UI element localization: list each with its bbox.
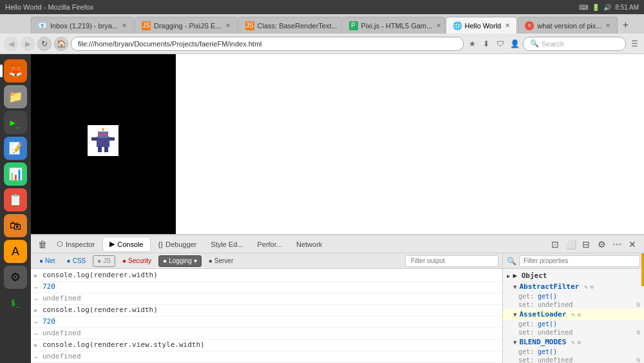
tab-close-helloworld[interactable]: ✕ [505,22,510,29]
tab-favicon-baserender: JS [245,21,254,30]
new-tab-button[interactable]: + [618,18,632,32]
devtools-tab-style-editor[interactable]: Style Ed... [204,237,249,252]
assetloader-set: set: undefined N [503,328,644,337]
target-icon: ⊙ [578,311,581,318]
object-label: ▶ Object [513,271,547,280]
devtools-split-icon[interactable]: ⊡ [549,238,562,251]
back-button[interactable]: ◀ [4,37,18,51]
collapse-icon: ▼ [513,339,516,346]
dock-item-terminal2[interactable]: $_ [4,291,27,315]
svg-rect-2 [99,133,102,135]
refresh-button[interactable]: ↻ [37,37,52,51]
console-content: console.log(renderer.width) [43,271,500,279]
shield-icon[interactable]: 🛡 [495,38,506,50]
console-arrow: » [33,342,43,349]
game-sprite [88,125,118,156]
filter-logging-button[interactable]: ● Logging ▾ [158,255,202,267]
tab-whatversion[interactable]: S what version of pix... ✕ [518,17,618,34]
tab-close-inbox[interactable]: ✕ [122,22,127,29]
tree-item-assetloader[interactable]: ▼ AssetLoader ✎ ⊙ [503,309,644,320]
search-placeholder: Search [542,40,564,48]
inspector-icon: ⬡ [57,240,63,248]
url-bar[interactable]: file:///home/bryan/Documents/Projects/fa… [71,37,464,51]
console-content: console.log(renderer.width) [43,306,500,314]
svg-rect-7 [104,147,108,152]
dock-item-firefox[interactable]: 🦊 [4,59,27,83]
dock-item-files[interactable]: 📁 [4,85,27,108]
devtools-body: ● Net ● CSS ● JS ● Security ● Logging ▾ [31,253,644,363]
tab-inbox[interactable]: 📧 Inbox (1,219) - brya... ✕ [31,17,134,34]
menu-icon[interactable]: ☰ [629,38,640,50]
tab-label-helloworld: Hello World [465,22,502,30]
titlebar: Hello World - Mozilla Firefox ⌨ 🔋 🔊 8:51… [0,0,644,14]
devtools-detach-icon[interactable]: ⊟ [580,238,592,251]
tab-baserender[interactable]: JS Class: BaseRenderText... ✕ [238,17,341,34]
filter-css-button[interactable]: ● CSS [62,255,91,267]
dock-item-calc[interactable]: 📊 [4,162,27,186]
devtools-tab-inspector[interactable]: ⬡ Inspector [50,237,101,252]
tab-dragging[interactable]: JS Dragging - PixiJS E... ✕ [135,17,238,34]
svg-rect-3 [104,133,107,135]
console-content: console.log(renderer.view.style.width) [43,340,500,349]
private-icon[interactable]: 👤 [509,38,520,50]
dock-item-impress[interactable]: 📋 [4,188,27,211]
dock-item-amazon[interactable]: A [4,240,27,263]
tab-close-pixijs[interactable]: ✕ [436,22,441,29]
console-content: undefined [43,294,500,302]
devtools-settings-icon[interactable]: ⚙ [595,238,608,251]
filter-icon: 🔍 [507,257,516,266]
console-arrow: ← [33,353,43,360]
ubuntu-dock: 🦊 📁 ▶_ 📝 📊 📋 🛍 A ⚙ $_ [0,54,31,363]
inspector-properties-panel: 🔍 ▶ ▶ Object ▼ AbstractFilter ✎ [502,253,644,363]
browser-content: 🗑 ⬡ Inspector ▶ Console {} Debugger Styl… [31,54,644,363]
download-icon[interactable]: ⬇ [480,38,492,50]
dock-item-software[interactable]: 🛍 [4,214,27,237]
filter-output-input[interactable] [405,255,498,267]
devtools-more-icon[interactable]: ⋯ [611,238,623,251]
dock-item-writer[interactable]: 📝 [4,137,27,160]
search-bar[interactable]: 🔍 Search [523,37,626,51]
console-content: undefined [43,352,500,360]
tab-helloworld[interactable]: 🌐 Hello World ✕ [446,17,518,34]
svg-rect-9 [109,137,115,141]
system-tray: ⌨ 🔋 🔊 8:51 AM [579,4,639,11]
dock-item-terminal[interactable]: ▶_ [4,111,27,134]
devtools-tab-console[interactable]: ▶ Console [102,237,150,252]
devtools-trash-icon[interactable]: 🗑 [36,238,49,251]
collapse-icon: ▼ [513,311,516,318]
tab-close-whatversion[interactable]: ✕ [605,22,611,29]
home-button[interactable]: 🏠 [54,37,68,51]
forward-button[interactable]: ▶ [21,37,35,51]
inspector-filter-input[interactable] [519,255,640,267]
devtools-tab-performance[interactable]: Perfor... [251,237,289,252]
filter-security-button[interactable]: ● Security [118,255,156,267]
console-filter-bar: ● Net ● CSS ● JS ● Security ● Logging ▾ [31,253,502,269]
keyboard-icon: ⌨ [579,4,588,11]
collapse-icon: ▼ [513,284,516,290]
filter-net-button[interactable]: ● Net [35,255,60,267]
tab-close-dragging[interactable]: ✕ [225,22,231,29]
clock: 8:51 AM [615,4,639,11]
abstractfilter-set: set: undefined N [503,300,644,309]
dock-item-settings[interactable]: ⚙ [4,266,27,289]
target-icon: ⊙ [591,284,594,290]
edit-icon: ✎ [584,284,587,290]
devtools-close-icon[interactable]: ✕ [626,238,639,251]
tab-pixijs[interactable]: P Pixi.js - HTML5 Gam... ✕ [342,17,445,34]
tree-item-blend-modes[interactable]: ▼ BLEND_MODES ✎ ⊙ [503,337,644,348]
filter-js-button[interactable]: ● JS [93,255,115,267]
devtools-tab-network[interactable]: Network [290,237,328,252]
devtools-tab-debugger[interactable]: {} Debugger [152,237,204,252]
tree-object-root[interactable]: ▶ ▶ Object [503,270,644,281]
volume-icon: 🔊 [603,4,611,11]
tabbar: 📧 Inbox (1,219) - brya... ✕ JS Dragging … [0,14,644,34]
tab-favicon-helloworld: 🌐 [453,21,462,30]
bookmark-icon[interactable]: ★ [466,38,478,50]
debugger-icon: {} [158,240,163,248]
scrollbar-indicator[interactable] [641,253,644,286]
devtools-dock-icon[interactable]: ⬜ [564,238,577,251]
tree-item-abstractfilter[interactable]: ▼ AbstractFilter ✎ ⊙ [503,281,644,292]
filter-server-button[interactable]: ● Server [204,255,238,267]
url-text: file:///home/bryan/Documents/Projects/fa… [78,40,262,48]
assetloader-get: get: get() [503,320,644,328]
